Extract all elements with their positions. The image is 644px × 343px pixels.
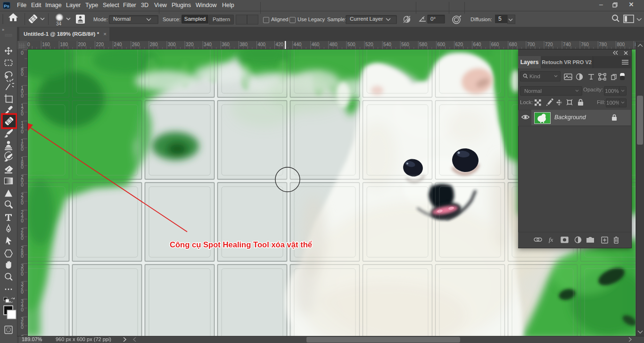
svg-text:780: 780	[599, 42, 607, 47]
svg-text:0: 0	[21, 164, 24, 170]
svg-text:0: 0	[21, 307, 24, 312]
svg-text:0: 0	[21, 50, 24, 56]
svg-text:400: 400	[257, 42, 265, 47]
svg-text:260: 260	[132, 42, 140, 47]
svg-text:540: 540	[383, 42, 391, 47]
svg-text:660: 660	[491, 42, 499, 47]
svg-text:740: 740	[563, 42, 571, 47]
svg-text:520: 520	[365, 42, 373, 47]
svg-text:360: 360	[222, 42, 230, 47]
svg-text:0: 0	[21, 253, 24, 259]
svg-text:Công cụ Spot Healing Tool xóa: Công cụ Spot Healing Tool xóa vật thể	[170, 240, 312, 249]
svg-text:700: 700	[527, 42, 535, 47]
svg-text:600: 600	[437, 42, 445, 47]
svg-text:0: 0	[21, 218, 24, 223]
svg-text:380: 380	[239, 42, 248, 47]
svg-text:760: 760	[581, 42, 589, 47]
svg-text:0: 0	[21, 111, 24, 116]
svg-text:34: 34	[56, 21, 62, 26]
svg-text:160: 160	[42, 42, 50, 47]
svg-text:0: 0	[21, 325, 24, 330]
svg-text:0: 0	[21, 289, 24, 294]
svg-text:0: 0	[21, 93, 24, 98]
svg-text:460: 460	[312, 42, 320, 47]
svg-text:180: 180	[60, 42, 68, 47]
svg-text:620: 620	[455, 42, 463, 47]
svg-text:420: 420	[276, 42, 284, 47]
svg-text:480: 480	[330, 42, 338, 47]
svg-text:820: 820	[635, 42, 636, 47]
svg-text:fx: fx	[549, 236, 553, 243]
svg-text:200: 200	[78, 42, 86, 47]
svg-text:0: 0	[21, 72, 24, 77]
svg-text:440: 440	[294, 42, 302, 47]
svg-text:340: 340	[204, 42, 212, 47]
svg-text:680: 680	[509, 42, 517, 47]
svg-text:640: 640	[473, 42, 481, 47]
svg-text:720: 720	[545, 42, 553, 47]
svg-text:0: 0	[21, 147, 24, 152]
svg-text:300: 300	[168, 42, 176, 47]
svg-text:220: 220	[96, 42, 104, 47]
svg-text:560: 560	[401, 42, 409, 47]
svg-text:320: 320	[186, 42, 194, 47]
svg-text:500: 500	[347, 42, 355, 47]
svg-text:280: 280	[150, 42, 158, 47]
svg-text:0: 0	[21, 236, 24, 241]
svg-text:800: 800	[617, 42, 625, 47]
svg-text:0: 0	[21, 271, 24, 277]
svg-text:0: 0	[21, 129, 24, 134]
svg-text:»: »	[2, 27, 4, 32]
svg-text:240: 240	[114, 42, 122, 47]
svg-text:0: 0	[21, 200, 24, 205]
svg-text:580: 580	[419, 42, 427, 47]
svg-text:0: 0	[21, 182, 24, 188]
